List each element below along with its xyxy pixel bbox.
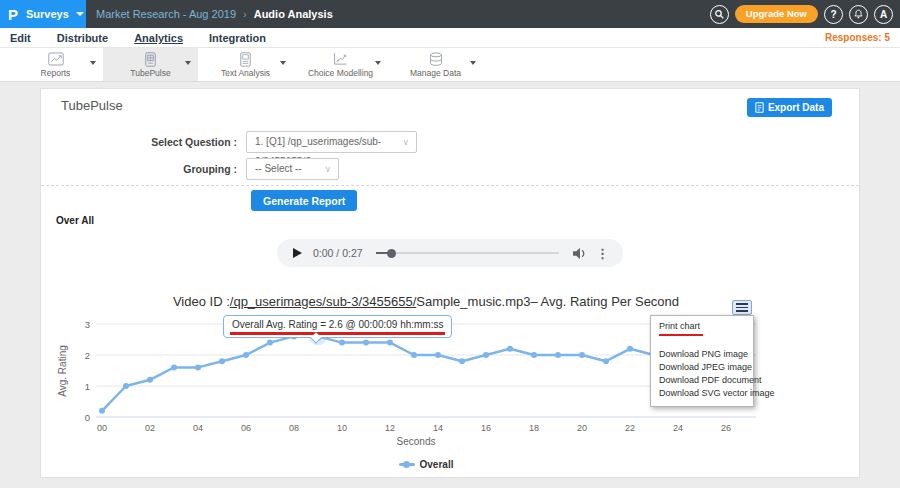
chevron-down-icon: ∨ <box>324 159 331 179</box>
scatter-chart-icon <box>333 51 348 67</box>
svg-text:08: 08 <box>289 423 299 433</box>
chevron-down-icon[interactable] <box>470 61 476 65</box>
export-data-button[interactable]: Export Data <box>747 98 832 117</box>
grouping-row: Grouping : -- Select -- ∨ <box>41 158 859 180</box>
audio-seek-thumb[interactable] <box>387 249 396 258</box>
tubepulse-panel: TubePulse Export Data Select Question : … <box>40 88 860 478</box>
audio-time: 0:00 / 0:27 <box>313 247 363 259</box>
menu-item-download-png[interactable]: Download PNG image <box>651 349 753 361</box>
rating-chart: Video ID :/qp_userimages/sub-3/3455655/S… <box>56 289 796 478</box>
svg-text:10: 10 <box>337 423 347 433</box>
surveys-menu[interactable]: P Surveys <box>0 0 86 28</box>
toolbar-item-choice-modelling[interactable]: Choice Modelling <box>293 48 388 81</box>
breadcrumb: Market Research - Aug 2019 › Audio Analy… <box>96 0 333 28</box>
breadcrumb-separator: › <box>243 8 247 20</box>
bell-icon <box>853 9 864 20</box>
upgrade-now-button[interactable]: Upgrade Now <box>735 5 818 23</box>
toolbar-item-text-analysis[interactable]: Text Analysis <box>198 48 293 81</box>
chart-export-menu-button[interactable] <box>732 300 752 315</box>
toolbar-label: Reports <box>41 68 71 78</box>
help-button[interactable]: ? <box>824 5 843 24</box>
chart-title-path: /qp_userimages/sub-3/3455655/ <box>230 294 416 309</box>
menu-item-download-pdf[interactable]: Download PDF document <box>651 375 753 387</box>
svg-text:2: 2 <box>85 350 90 361</box>
red-underline-annotation <box>659 334 703 337</box>
breadcrumb-page: Audio Analysis <box>254 8 333 20</box>
nav-item-integration[interactable]: Integration <box>209 32 266 44</box>
svg-text:3: 3 <box>85 319 90 330</box>
toolbar-item-reports[interactable]: Reports <box>8 48 103 81</box>
play-icon[interactable] <box>293 248 302 258</box>
chevron-down-icon[interactable] <box>280 61 286 65</box>
chart-tooltip-text: Overall Avg. Rating = 2.6 @ 00:00:09 hh:… <box>232 319 443 330</box>
svg-text:12: 12 <box>385 423 395 433</box>
nav-item-edit[interactable]: Edit <box>10 32 31 44</box>
nav-item-distribute[interactable]: Distribute <box>57 32 108 44</box>
chevron-down-icon[interactable] <box>90 61 96 65</box>
avatar[interactable]: A <box>874 5 893 24</box>
chevron-down-icon[interactable] <box>375 61 381 65</box>
nav-items: Edit Distribute Analytics Integration <box>10 28 900 48</box>
svg-text:20: 20 <box>577 423 587 433</box>
question-select[interactable]: 1. [Q1] /qp_userimages/sub-3/3455655/S..… <box>246 131 417 153</box>
search-button[interactable] <box>710 5 729 24</box>
grouping-select-value: -- Select -- <box>255 163 302 174</box>
secondary-nav: Edit Distribute Analytics Integration Re… <box>0 28 900 48</box>
audio-seek-bar[interactable] <box>376 252 559 254</box>
chart-legend-item[interactable]: Overall <box>56 459 796 470</box>
svg-text:02: 02 <box>145 423 155 433</box>
breadcrumb-survey[interactable]: Market Research - Aug 2019 <box>96 8 236 20</box>
chevron-down-icon: ∨ <box>402 132 409 152</box>
grouping-label: Grouping : <box>41 163 246 175</box>
chart-title: Video ID :/qp_userimages/sub-3/3455655/S… <box>56 294 796 309</box>
notifications-button[interactable] <box>849 5 868 24</box>
svg-text:1: 1 <box>85 381 90 392</box>
toolbar-item-tubepulse[interactable]: TubePulse <box>103 48 198 81</box>
svg-text:04: 04 <box>193 423 203 433</box>
section-divider <box>41 185 859 186</box>
svg-text:14: 14 <box>433 423 443 433</box>
nav-item-analytics[interactable]: Analytics <box>134 32 183 44</box>
toolbar-item-manage-data[interactable]: Manage Data <box>388 48 483 81</box>
document-icon <box>239 51 252 67</box>
chart-context-menu: Print chart Download PNG image Download … <box>650 315 754 407</box>
tubepulse-icon <box>144 51 157 67</box>
svg-text:22: 22 <box>625 423 635 433</box>
chevron-down-icon[interactable] <box>185 61 191 65</box>
volume-icon[interactable] <box>572 247 587 260</box>
legend-label: Overall <box>420 459 454 470</box>
chevron-down-icon <box>76 12 84 16</box>
chart-title-prefix: Video ID : <box>173 294 230 309</box>
menu-item-print-chart[interactable]: Print chart <box>651 319 753 333</box>
toolbar-label: Choice Modelling <box>308 68 373 78</box>
svg-text:00: 00 <box>97 423 107 433</box>
header-actions: Upgrade Now ? A <box>710 0 893 28</box>
svg-text:24: 24 <box>673 423 683 433</box>
app-root: P Surveys Market Research - Aug 2019 › A… <box>0 0 900 488</box>
export-icon <box>755 102 764 113</box>
red-underline-annotation <box>230 332 445 335</box>
analytics-toolbar: Reports TubePulse Text Analysis Choice M… <box>0 48 900 82</box>
svg-text:16: 16 <box>481 423 491 433</box>
chart-tooltip: Overall Avg. Rating = 2.6 @ 00:00:09 hh:… <box>223 315 452 338</box>
toolbar-label: Text Analysis <box>221 68 270 78</box>
toolbar-label: Manage Data <box>410 68 461 78</box>
database-icon <box>429 51 443 67</box>
product-name: Surveys <box>26 8 69 20</box>
export-label: Export Data <box>768 102 824 113</box>
menu-item-download-svg[interactable]: Download SVG vector image <box>651 388 753 400</box>
svg-text:18: 18 <box>529 423 539 433</box>
chart-title-suffix: Sample_music.mp3– Avg. Rating Per Second <box>416 294 679 309</box>
audio-player: 0:00 / 0:27 ⋮ <box>277 239 623 267</box>
audio-more-icon[interactable]: ⋮ <box>596 246 609 261</box>
panel-title: TubePulse <box>61 98 123 113</box>
highcharts-credits[interactable]: Highcharts.com <box>695 477 751 478</box>
line-chart-icon <box>48 51 64 67</box>
legend-marker-icon <box>399 461 415 468</box>
responses-count[interactable]: Responses: 5 <box>825 28 890 48</box>
grouping-select[interactable]: -- Select -- ∨ <box>246 158 339 180</box>
svg-text:0: 0 <box>85 412 90 423</box>
menu-item-download-jpeg[interactable]: Download JPEG image <box>651 362 753 374</box>
generate-report-button[interactable]: Generate Report <box>251 190 357 211</box>
questionpro-logo-icon: P <box>8 6 18 23</box>
